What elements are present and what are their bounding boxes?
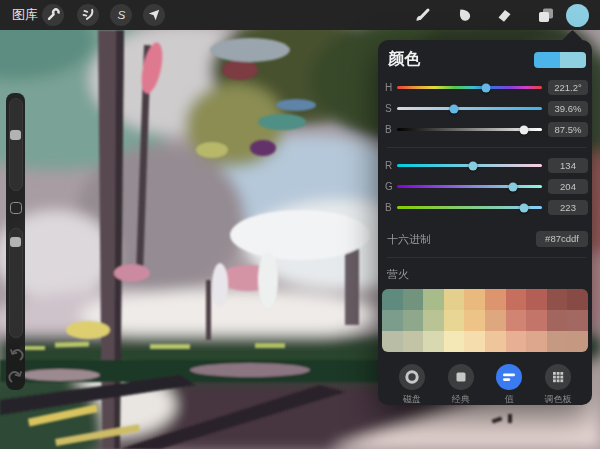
classic-icon — [448, 364, 474, 390]
slider-row-r: R134 — [385, 155, 588, 176]
hsb-sliders: H221.2°S39.6%B87.5% — [385, 77, 588, 140]
color-panel: 颜色 H221.2°S39.6%B87.5% R134G204B223 十六进制… — [378, 40, 592, 405]
adjustments-icon[interactable] — [77, 4, 99, 26]
palette-swatch[interactable] — [485, 289, 506, 310]
slider-thumb[interactable] — [482, 83, 491, 92]
palette-swatch[interactable] — [464, 331, 485, 352]
divider — [387, 257, 586, 258]
value-icon — [496, 364, 522, 390]
slider-label: B — [385, 202, 397, 213]
svg-text:S: S — [118, 8, 126, 21]
hex-value-box[interactable]: #87cddf — [536, 231, 588, 247]
panel-title: 颜色 — [388, 49, 421, 70]
palette-swatch[interactable] — [423, 310, 444, 331]
tab-palettes[interactable]: 调色板 — [538, 364, 578, 406]
palette-swatch[interactable] — [506, 289, 527, 310]
palette-swatch[interactable] — [464, 310, 485, 331]
b2-value-box[interactable]: 223 — [548, 200, 588, 215]
undo-icon[interactable] — [8, 347, 24, 363]
palette-swatch[interactable] — [444, 289, 465, 310]
b-value-box[interactable]: 87.5% — [548, 122, 588, 137]
slider-thumb[interactable] — [519, 203, 528, 212]
palette-name: 营火 — [385, 267, 588, 281]
palette-swatch[interactable] — [547, 310, 568, 331]
redo-icon[interactable] — [8, 369, 24, 385]
slider-row-b: B87.5% — [385, 119, 588, 140]
slider-thumb[interactable] — [450, 104, 459, 113]
s-slider-track[interactable] — [397, 107, 542, 110]
modify-button[interactable] — [10, 202, 22, 214]
palette-swatch[interactable] — [506, 331, 527, 352]
b-slider-track[interactable] — [397, 128, 542, 131]
tab-disc[interactable]: 磁盘 — [392, 364, 432, 406]
palette-swatch[interactable] — [423, 289, 444, 310]
opacity-slider[interactable] — [9, 228, 23, 338]
slider-row-g: G204 — [385, 176, 588, 197]
slider-row-s: S39.6% — [385, 98, 588, 119]
transform-icon[interactable] — [143, 4, 165, 26]
palette-swatch[interactable] — [382, 289, 403, 310]
color-swatch-pill[interactable] — [534, 52, 586, 68]
palette-swatch[interactable] — [444, 331, 465, 352]
palette-swatch[interactable] — [382, 310, 403, 331]
palette-swatch[interactable] — [567, 331, 588, 352]
selection-icon[interactable]: S — [110, 4, 132, 26]
palette-swatch[interactable] — [423, 331, 444, 352]
palette-swatch[interactable] — [403, 289, 424, 310]
brush-sidebar — [6, 93, 25, 390]
slider-label: S — [385, 103, 397, 114]
s-value-box[interactable]: 39.6% — [548, 101, 588, 116]
b2-slider-track[interactable] — [397, 206, 542, 209]
palette-swatch[interactable] — [526, 289, 547, 310]
palette-swatch[interactable] — [403, 310, 424, 331]
palette-swatch[interactable] — [382, 331, 403, 352]
slider-label: H — [385, 82, 397, 93]
slider-label: R — [385, 160, 397, 171]
opacity-handle[interactable] — [10, 237, 21, 247]
r-slider-track[interactable] — [397, 164, 542, 167]
h-slider-track[interactable] — [397, 86, 542, 89]
palette-swatch[interactable] — [403, 331, 424, 352]
palette-swatch[interactable] — [464, 289, 485, 310]
palette-swatch[interactable] — [567, 289, 588, 310]
slider-thumb[interactable] — [469, 161, 478, 170]
g-slider-track[interactable] — [397, 185, 542, 188]
disc-icon — [399, 364, 425, 390]
h-value-box[interactable]: 221.2° — [548, 80, 588, 95]
brush-icon[interactable] — [412, 4, 434, 26]
divider — [387, 147, 586, 148]
smudge-icon[interactable] — [453, 4, 475, 26]
brush-size-handle[interactable] — [10, 130, 21, 140]
gallery-button[interactable]: 图库 — [12, 0, 38, 30]
slider-row-h: H221.2° — [385, 77, 588, 98]
tab-value[interactable]: 值 — [489, 364, 529, 406]
palette-swatch[interactable] — [526, 310, 547, 331]
procreate-app: 图库 S — [0, 0, 600, 449]
palette-grid — [382, 289, 588, 352]
palettes-icon — [545, 364, 571, 390]
hex-label: 十六进制 — [385, 232, 431, 247]
current-color-button[interactable] — [566, 4, 589, 27]
slider-row-b2: B223 — [385, 197, 588, 218]
palette-swatch[interactable] — [567, 310, 588, 331]
palette-swatch[interactable] — [485, 331, 506, 352]
eraser-icon[interactable] — [493, 4, 515, 26]
slider-label: G — [385, 181, 397, 192]
top-toolbar: 图库 S — [0, 0, 600, 30]
r-value-box[interactable]: 134 — [548, 158, 588, 173]
swatch-right — [560, 52, 586, 68]
palette-swatch[interactable] — [444, 310, 465, 331]
palette-swatch[interactable] — [526, 331, 547, 352]
palette-swatch[interactable] — [547, 331, 568, 352]
slider-thumb[interactable] — [509, 182, 518, 191]
wrench-icon[interactable] — [42, 4, 64, 26]
slider-thumb[interactable] — [519, 125, 528, 134]
brush-size-slider[interactable] — [9, 98, 23, 191]
g-value-box[interactable]: 204 — [548, 179, 588, 194]
palette-swatch[interactable] — [506, 310, 527, 331]
color-mode-tabs: 磁盘 经典 值 调色板 — [385, 352, 588, 406]
layers-icon[interactable] — [534, 4, 556, 26]
palette-swatch[interactable] — [485, 310, 506, 331]
tab-classic[interactable]: 经典 — [441, 364, 481, 406]
palette-swatch[interactable] — [547, 289, 568, 310]
